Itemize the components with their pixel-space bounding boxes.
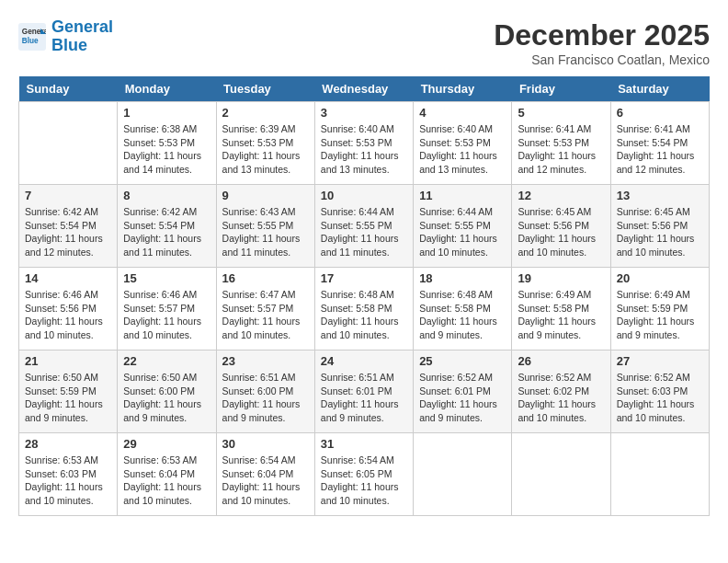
cell-info: Sunrise: 6:43 AMSunset: 5:55 PMDaylight:…: [222, 205, 309, 259]
calendar-cell: 1Sunrise: 6:38 AMSunset: 5:53 PMDaylight…: [118, 102, 216, 185]
cell-info: Sunrise: 6:48 AMSunset: 5:58 PMDaylight:…: [419, 288, 506, 342]
day-header-monday: Monday: [118, 76, 216, 102]
date-number: 27: [617, 354, 703, 368]
month-title: December 2025: [494, 18, 710, 52]
date-number: 19: [518, 271, 604, 285]
calendar-cell: 9Sunrise: 6:43 AMSunset: 5:55 PMDaylight…: [216, 185, 314, 268]
date-number: 29: [123, 437, 210, 451]
svg-text:Blue: Blue: [22, 37, 39, 45]
cell-info: Sunrise: 6:48 AMSunset: 5:58 PMDaylight:…: [321, 288, 407, 342]
location: San Francisco Coatlan, Mexico: [494, 52, 710, 67]
logo: General Blue GeneralBlue: [18, 18, 113, 55]
calendar-cell: 23Sunrise: 6:51 AMSunset: 6:00 PMDayligh…: [216, 350, 314, 433]
calendar-cell: 28Sunrise: 6:53 AMSunset: 6:03 PMDayligh…: [19, 433, 118, 516]
date-number: 9: [222, 189, 309, 202]
cell-info: Sunrise: 6:47 AMSunset: 5:57 PMDaylight:…: [222, 288, 309, 342]
calendar-cell: [610, 433, 709, 516]
date-number: 12: [518, 189, 604, 202]
date-number: 10: [321, 189, 407, 202]
cell-info: Sunrise: 6:42 AMSunset: 5:54 PMDaylight:…: [123, 205, 210, 259]
calendar-cell: 26Sunrise: 6:52 AMSunset: 6:02 PMDayligh…: [512, 350, 610, 433]
cell-info: Sunrise: 6:53 AMSunset: 6:03 PMDaylight:…: [25, 454, 111, 508]
date-number: 1: [123, 106, 210, 120]
cell-info: Sunrise: 6:46 AMSunset: 5:56 PMDaylight:…: [25, 288, 111, 342]
cell-info: Sunrise: 6:42 AMSunset: 5:54 PMDaylight:…: [25, 205, 111, 259]
date-number: 20: [617, 271, 703, 285]
day-header-saturday: Saturday: [610, 76, 709, 102]
calendar-cell: 21Sunrise: 6:50 AMSunset: 5:59 PMDayligh…: [19, 350, 118, 433]
calendar-cell: 20Sunrise: 6:49 AMSunset: 5:59 PMDayligh…: [610, 268, 709, 350]
calendar-cell: 29Sunrise: 6:53 AMSunset: 6:04 PMDayligh…: [118, 433, 216, 516]
calendar-cell: 14Sunrise: 6:46 AMSunset: 5:56 PMDayligh…: [19, 268, 118, 350]
date-number: 24: [321, 354, 407, 368]
cell-info: Sunrise: 6:39 AMSunset: 5:53 PMDaylight:…: [222, 122, 309, 177]
date-number: 6: [617, 106, 703, 120]
date-number: 5: [518, 106, 604, 120]
calendar-cell: [414, 433, 512, 516]
calendar-cell: 4Sunrise: 6:40 AMSunset: 5:53 PMDaylight…: [414, 102, 512, 185]
date-number: 3: [321, 106, 407, 120]
date-number: 2: [222, 106, 309, 120]
page-header: General Blue GeneralBlue December 2025 S…: [18, 18, 710, 67]
calendar-cell: 6Sunrise: 6:41 AMSunset: 5:54 PMDaylight…: [610, 102, 709, 185]
header-row: SundayMondayTuesdayWednesdayThursdayFrid…: [19, 76, 710, 102]
calendar-cell: [512, 433, 610, 516]
calendar-cell: 22Sunrise: 6:50 AMSunset: 6:00 PMDayligh…: [118, 350, 216, 433]
calendar-cell: 31Sunrise: 6:54 AMSunset: 6:05 PMDayligh…: [314, 433, 413, 516]
cell-info: Sunrise: 6:41 AMSunset: 5:53 PMDaylight:…: [518, 122, 604, 177]
date-number: 28: [25, 437, 111, 451]
calendar-cell: 24Sunrise: 6:51 AMSunset: 6:01 PMDayligh…: [314, 350, 413, 433]
cell-info: Sunrise: 6:52 AMSunset: 6:02 PMDaylight:…: [518, 371, 604, 425]
cell-info: Sunrise: 6:52 AMSunset: 6:01 PMDaylight:…: [419, 371, 506, 425]
cell-info: Sunrise: 6:44 AMSunset: 5:55 PMDaylight:…: [321, 205, 407, 259]
cell-info: Sunrise: 6:49 AMSunset: 5:58 PMDaylight:…: [518, 288, 604, 342]
calendar-cell: 15Sunrise: 6:46 AMSunset: 5:57 PMDayligh…: [118, 268, 216, 350]
calendar-cell: 7Sunrise: 6:42 AMSunset: 5:54 PMDaylight…: [19, 185, 118, 268]
day-header-wednesday: Wednesday: [314, 76, 413, 102]
cell-info: Sunrise: 6:54 AMSunset: 6:05 PMDaylight:…: [321, 454, 407, 508]
cell-info: Sunrise: 6:40 AMSunset: 5:53 PMDaylight:…: [321, 122, 407, 177]
title-area: December 2025 San Francisco Coatlan, Mex…: [494, 18, 710, 67]
week-row-4: 21Sunrise: 6:50 AMSunset: 5:59 PMDayligh…: [19, 350, 710, 433]
week-row-1: 1Sunrise: 6:38 AMSunset: 5:53 PMDaylight…: [19, 102, 710, 185]
cell-info: Sunrise: 6:49 AMSunset: 5:59 PMDaylight:…: [617, 288, 703, 342]
calendar-cell: 12Sunrise: 6:45 AMSunset: 5:56 PMDayligh…: [512, 185, 610, 268]
date-number: 16: [222, 271, 309, 285]
date-number: 17: [321, 271, 407, 285]
calendar-cell: 8Sunrise: 6:42 AMSunset: 5:54 PMDaylight…: [118, 185, 216, 268]
date-number: 22: [123, 354, 210, 368]
day-header-thursday: Thursday: [414, 76, 512, 102]
cell-info: Sunrise: 6:45 AMSunset: 5:56 PMDaylight:…: [518, 205, 604, 259]
cell-info: Sunrise: 6:50 AMSunset: 6:00 PMDaylight:…: [123, 371, 210, 425]
cell-info: Sunrise: 6:40 AMSunset: 5:53 PMDaylight:…: [419, 122, 506, 177]
date-number: 14: [25, 271, 111, 285]
calendar-cell: 25Sunrise: 6:52 AMSunset: 6:01 PMDayligh…: [414, 350, 512, 433]
cell-info: Sunrise: 6:52 AMSunset: 6:03 PMDaylight:…: [617, 371, 703, 425]
cell-info: Sunrise: 6:41 AMSunset: 5:54 PMDaylight:…: [617, 122, 703, 177]
date-number: 18: [419, 271, 506, 285]
calendar-cell: 13Sunrise: 6:45 AMSunset: 5:56 PMDayligh…: [610, 185, 709, 268]
calendar-cell: 17Sunrise: 6:48 AMSunset: 5:58 PMDayligh…: [314, 268, 413, 350]
calendar-cell: 10Sunrise: 6:44 AMSunset: 5:55 PMDayligh…: [314, 185, 413, 268]
cell-info: Sunrise: 6:51 AMSunset: 6:01 PMDaylight:…: [321, 371, 407, 425]
cell-info: Sunrise: 6:44 AMSunset: 5:55 PMDaylight:…: [419, 205, 506, 259]
date-number: 11: [419, 189, 506, 202]
date-number: 25: [419, 354, 506, 368]
date-number: 26: [518, 354, 604, 368]
date-number: 23: [222, 354, 309, 368]
date-number: 15: [123, 271, 210, 285]
date-number: 4: [419, 106, 506, 120]
cell-info: Sunrise: 6:50 AMSunset: 5:59 PMDaylight:…: [25, 371, 111, 425]
calendar-cell: [19, 102, 118, 185]
date-number: 7: [25, 189, 111, 202]
calendar-cell: 2Sunrise: 6:39 AMSunset: 5:53 PMDaylight…: [216, 102, 314, 185]
week-row-3: 14Sunrise: 6:46 AMSunset: 5:56 PMDayligh…: [19, 268, 710, 350]
cell-info: Sunrise: 6:54 AMSunset: 6:04 PMDaylight:…: [222, 454, 309, 508]
day-header-friday: Friday: [512, 76, 610, 102]
week-row-2: 7Sunrise: 6:42 AMSunset: 5:54 PMDaylight…: [19, 185, 710, 268]
calendar-cell: 11Sunrise: 6:44 AMSunset: 5:55 PMDayligh…: [414, 185, 512, 268]
calendar-cell: 30Sunrise: 6:54 AMSunset: 6:04 PMDayligh…: [216, 433, 314, 516]
day-header-sunday: Sunday: [19, 76, 118, 102]
cell-info: Sunrise: 6:45 AMSunset: 5:56 PMDaylight:…: [617, 205, 703, 259]
calendar-table: SundayMondayTuesdayWednesdayThursdayFrid…: [18, 76, 710, 516]
